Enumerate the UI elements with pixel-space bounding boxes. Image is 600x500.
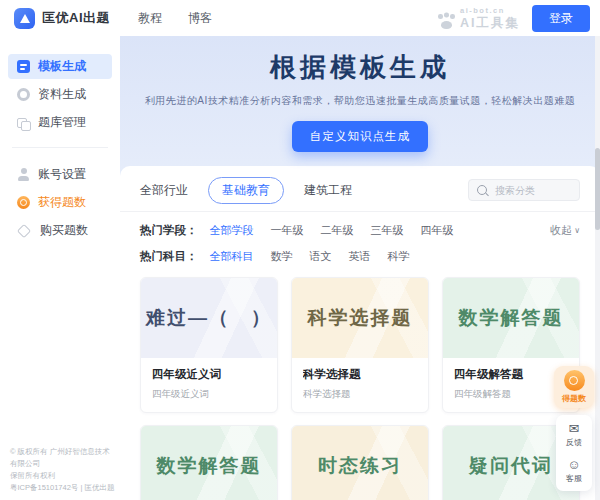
app-window: 匡优AI出题 教程 博客 ai-bot.cn AI工具集 登录 模板生成 资料生…	[0, 0, 600, 500]
sidebar: 模板生成 资料生成 题库管理 账号设置 获得题数 购买题数 © 版权所有 广州好…	[0, 36, 120, 500]
support-panel: ✉ 反馈 ☺ 客服	[556, 415, 592, 491]
watermark: ai-bot.cn AI工具集	[438, 7, 520, 29]
option-grade-4[interactable]: 四年级	[421, 223, 454, 238]
collapse-label: 收起	[550, 223, 572, 238]
rights-line: 保留所有权利	[10, 470, 116, 482]
template-card-math-g3[interactable]: 数学解答题 三年级解答题	[140, 425, 278, 500]
card-banner: 难过—（ ）	[141, 278, 277, 358]
feedback-label: 反馈	[566, 437, 582, 448]
logo-text: 匡优AI出题	[42, 9, 110, 27]
sidebar-item-template-generate[interactable]: 模板生成	[8, 54, 112, 79]
filter-label-subject: 热门科目：	[140, 249, 198, 264]
material-icon	[17, 88, 30, 101]
sidebar-item-question-bank[interactable]: 题库管理	[8, 110, 112, 135]
option-science[interactable]: 科学	[388, 249, 410, 264]
filter-row-stage: 热门学段： 全部学段 一年级 二年级 三年级 四年级 收起 ∨	[120, 212, 600, 238]
card-banner: 科学选择题	[292, 278, 428, 358]
customer-service-button[interactable]: ☺ 客服	[566, 458, 582, 484]
option-chinese[interactable]: 语文	[310, 249, 332, 264]
sidebar-item-get-questions[interactable]: 获得题数	[8, 190, 112, 215]
copyright-line: © 版权所有 广州好智信息技术有限公司	[10, 446, 116, 470]
sidebar-item-label: 模板生成	[38, 58, 86, 75]
hero-section: 根据模板生成 利用先进的AI技术精准分析内容和需求，帮助您迅速批量生成高质量试题…	[120, 36, 600, 152]
icp-line: 粤ICP备15101742号 | 匡优出题	[10, 482, 116, 494]
sidebar-item-label: 题库管理	[38, 114, 86, 131]
watermark-url: ai-bot.cn	[460, 7, 505, 15]
card-subtitle: 四年级解答题	[454, 388, 568, 401]
header-right: ai-bot.cn AI工具集 登录	[438, 5, 590, 32]
sidebar-footer: © 版权所有 广州好智信息技术有限公司 保留所有权利 粤ICP备15101742…	[10, 446, 116, 494]
card-title: 四年级近义词	[152, 367, 266, 382]
tab-construction[interactable]: 建筑工程	[304, 182, 352, 199]
bank-icon	[17, 118, 27, 128]
paw-icon	[438, 14, 455, 29]
tab-all-industries[interactable]: 全部行业	[140, 182, 188, 199]
filter-row-subject: 热门科目： 全部科目 数学 语文 英语 科学	[120, 238, 600, 264]
scrollbar-thumb[interactable]	[595, 148, 600, 230]
chat-icon: ☺	[567, 458, 580, 471]
logo-icon	[14, 8, 35, 29]
option-all-subjects[interactable]: 全部科目	[210, 249, 254, 264]
template-card-synonyms[interactable]: 难过—（ ） 四年级近义词 四年级近义词	[140, 277, 278, 413]
custom-knowledge-generate-button[interactable]: 自定义知识点生成	[292, 121, 428, 152]
get-questions-badge[interactable]: 得题数	[554, 366, 594, 408]
search-box[interactable]	[468, 179, 580, 201]
scrollbar-track	[595, 36, 600, 500]
logo: 匡优AI出题	[14, 8, 110, 29]
login-button[interactable]: 登录	[532, 5, 590, 32]
card-banner: 时态练习	[292, 426, 428, 500]
template-card-grid: 难过—（ ） 四年级近义词 四年级近义词 科学选择题 科学选择题 科学选择题 数…	[140, 277, 580, 500]
option-all-stages[interactable]: 全部学段	[210, 223, 254, 238]
coin-badge-icon	[564, 370, 585, 391]
template-panel: 全部行业 基础教育 建筑工程 热门学段： 全部学段 一年级 二年级 三年级 四年…	[120, 166, 600, 500]
account-icon	[17, 168, 30, 181]
main-content: 根据模板生成 利用先进的AI技术精准分析内容和需求，帮助您迅速批量生成高质量试题…	[120, 36, 600, 500]
template-icon	[17, 60, 30, 73]
option-english[interactable]: 英语	[349, 249, 371, 264]
card-subtitle: 四年级近义词	[152, 388, 266, 401]
customer-service-label: 客服	[566, 473, 582, 484]
card-title: 四年级解答题	[454, 367, 568, 382]
sidebar-item-label: 账号设置	[38, 166, 86, 183]
sidebar-item-label: 获得题数	[38, 194, 86, 211]
card-title: 科学选择题	[303, 367, 417, 382]
card-banner: 数学解答题	[443, 278, 579, 358]
filter-label-stage: 热门学段：	[140, 223, 198, 238]
collapse-toggle[interactable]: 收起 ∨	[550, 223, 580, 238]
page-title: 根据模板生成	[120, 50, 600, 85]
category-tabs: 全部行业 基础教育 建筑工程	[120, 177, 600, 211]
sidebar-divider	[12, 147, 108, 148]
option-grade-2[interactable]: 二年级	[321, 223, 354, 238]
template-card-science-choice[interactable]: 科学选择题 科学选择题 科学选择题	[291, 277, 429, 413]
chevron-down-icon: ∨	[574, 226, 580, 235]
header: 匡优AI出题 教程 博客 ai-bot.cn AI工具集 登录	[0, 0, 600, 36]
subject-options: 全部科目 数学 语文 英语 科学	[210, 249, 410, 264]
sidebar-item-buy-questions[interactable]: 购买题数	[8, 218, 112, 243]
option-grade-1[interactable]: 一年级	[271, 223, 304, 238]
search-icon	[477, 185, 487, 195]
card-subtitle: 科学选择题	[303, 388, 417, 401]
coin-icon	[17, 196, 30, 209]
tab-basic-education[interactable]: 基础教育	[208, 177, 284, 204]
sidebar-item-label: 资料生成	[38, 86, 86, 103]
card-banner: 数学解答题	[141, 426, 277, 500]
badge-label: 得题数	[554, 393, 594, 404]
mail-icon: ✉	[569, 422, 580, 435]
search-input[interactable]	[493, 184, 571, 197]
gem-icon	[17, 223, 31, 237]
stage-options: 全部学段 一年级 二年级 三年级 四年级	[210, 223, 454, 238]
sidebar-item-material-generate[interactable]: 资料生成	[8, 82, 112, 107]
watermark-title: AI工具集	[460, 17, 520, 30]
page-subtitle: 利用先进的AI技术精准分析内容和需求，帮助您迅速批量生成高质量试题，轻松解决出题…	[138, 94, 582, 108]
floating-widget: 得题数 ✉ 反馈 ☺ 客服	[553, 366, 595, 491]
sidebar-item-label: 购买题数	[40, 222, 88, 239]
feedback-button[interactable]: ✉ 反馈	[566, 422, 582, 448]
nav-item-tutorial[interactable]: 教程	[138, 10, 162, 27]
header-nav: 教程 博客	[138, 10, 212, 27]
sidebar-item-account-settings[interactable]: 账号设置	[8, 162, 112, 187]
template-card-tense-practice[interactable]: 时态练习 三年级英语时态练习	[291, 425, 429, 500]
option-math[interactable]: 数学	[271, 249, 293, 264]
option-grade-3[interactable]: 三年级	[371, 223, 404, 238]
nav-item-blog[interactable]: 博客	[188, 10, 212, 27]
